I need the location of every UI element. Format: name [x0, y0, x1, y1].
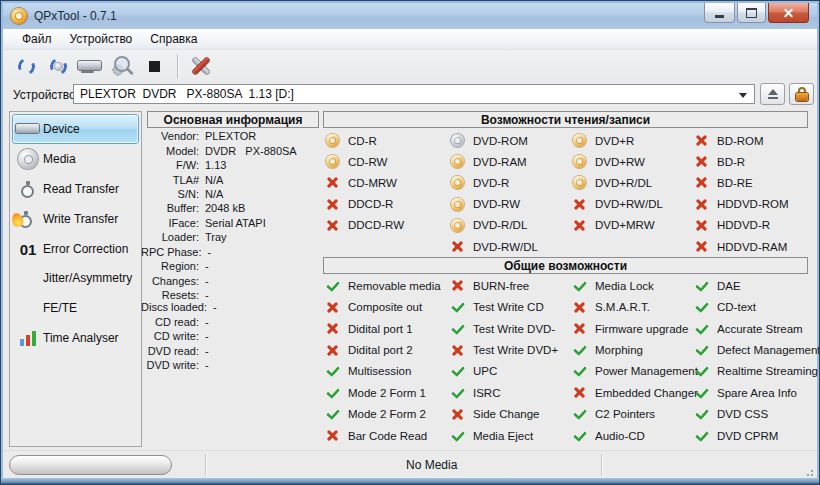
capability-label: Firmware upgrade: [595, 323, 688, 335]
minimize-button[interactable]: [704, 3, 735, 23]
capability-item: DVD+R/DL: [573, 172, 663, 193]
sidebar-item-media[interactable]: Media: [13, 145, 138, 173]
menu-file[interactable]: Файл: [13, 30, 61, 48]
capability-label: C2 Pointers: [595, 408, 655, 420]
capability-item: Composite out: [326, 296, 441, 317]
info-row: RPC Phase:-: [141, 245, 319, 259]
capability-label: DVD-RW: [473, 198, 520, 210]
sidebar-item-error-correction[interactable]: 01 Error Correction: [13, 235, 138, 263]
status-separator: [205, 454, 206, 476]
capability-item: Firmware upgrade: [573, 318, 698, 339]
sidebar: Device Media Read Transfer Write Transfe…: [9, 111, 142, 447]
status-icon: [573, 386, 587, 400]
status-icon: [695, 218, 709, 232]
capability-item: CD-R: [326, 130, 404, 151]
capability-item: DVD-R: [451, 172, 538, 193]
capability-label: DVD-ROM: [473, 135, 528, 147]
status-icon: [451, 279, 465, 293]
status-icon: [451, 386, 465, 400]
preferences-button[interactable]: [186, 52, 216, 80]
info-label: S/N:: [141, 188, 199, 200]
status-icon: [695, 240, 709, 254]
eject-button[interactable]: [760, 83, 785, 105]
info-row: S/N:N/A: [141, 187, 319, 201]
capability-label: DVD+RW/DL: [595, 198, 663, 210]
info-value: -: [205, 345, 209, 357]
status-icon: [695, 386, 709, 400]
rescan-bus-icon: [15, 55, 36, 76]
capability-label: DVD+MRW: [595, 219, 655, 231]
close-button[interactable]: [768, 3, 809, 23]
sidebar-item-write-transfer[interactable]: Write Transfer: [13, 205, 138, 233]
capability-item: Realtime Streaming: [695, 361, 820, 382]
status-icon: [451, 198, 464, 211]
drive-info-button[interactable]: [75, 52, 105, 80]
info-value: Serial ATAPI: [205, 217, 266, 229]
rw-caps-column-4: BD-ROM BD-R BD-RE HDDVD-ROM HDDVD-R HDDV…: [695, 130, 789, 257]
capability-item: HDDVD-RAM: [695, 236, 789, 257]
info-rows-counters: Discs loaded:- CD read:- CD write:- DVD …: [141, 300, 319, 372]
capability-label: UPC: [473, 365, 497, 377]
general-caps-column-1: Removable media Composite out Didital po…: [326, 275, 441, 447]
capability-label: Side Change: [473, 408, 540, 420]
capability-item: DVD CSS: [695, 404, 820, 425]
info-row: DVD read:-: [141, 343, 319, 357]
resize-grip[interactable]: [803, 466, 813, 476]
capability-label: DVD CPRM: [717, 430, 778, 442]
capability-label: HDDVD-ROM: [717, 198, 789, 210]
status-icon: [695, 322, 709, 336]
info-label: IFace:: [141, 217, 199, 229]
status-icon: [573, 218, 587, 232]
status-icon: [573, 279, 587, 293]
info-label: Model:: [141, 145, 199, 157]
capability-label: Removable media: [348, 280, 441, 292]
refresh-media-button[interactable]: [43, 52, 73, 80]
capability-item: Power Management: [573, 361, 698, 382]
info-row: Buffer:2048 kB: [141, 201, 319, 215]
sidebar-item-read-transfer[interactable]: Read Transfer: [13, 175, 138, 203]
capability-item: Test Write CD: [451, 296, 558, 317]
capability-item: Removable media: [326, 275, 441, 296]
capability-item: Audio-CD: [573, 425, 698, 446]
status-icon: [573, 300, 587, 314]
sidebar-item-device[interactable]: Device: [13, 115, 138, 143]
info-label: CD read:: [141, 316, 199, 328]
stop-button[interactable]: [139, 52, 169, 80]
chevron-down-icon: [739, 93, 747, 98]
minimize-icon: [715, 15, 724, 18]
sidebar-item-fe-te[interactable]: FE/TE: [13, 294, 138, 322]
capability-item: HDDVD-ROM: [695, 194, 789, 215]
capability-label: ISRC: [473, 387, 500, 399]
info-value: N/A: [205, 174, 223, 186]
capability-label: CD-RW: [348, 156, 387, 168]
maximize-button[interactable]: [737, 3, 766, 23]
window-title: QPxTool - 0.7.1: [34, 9, 117, 23]
scan-disc-button[interactable]: [107, 52, 137, 80]
device-select[interactable]: PLEXTOR DVDR PX-880SA 1.13 [D:]: [73, 84, 755, 104]
capability-label: BD-ROM: [717, 135, 764, 147]
sidebar-item-time-analyser[interactable]: Time Analyser: [13, 324, 138, 352]
status-icon: [326, 176, 340, 190]
status-icon: [326, 386, 340, 400]
status-icon: [451, 155, 464, 168]
qpxtool-window: QPxTool - 0.7.1 Файл Устройство Справка …: [0, 0, 820, 485]
title-bar[interactable]: QPxTool - 0.7.1: [3, 3, 817, 30]
capability-item: S.M.A.R.T.: [573, 296, 698, 317]
capability-label: Test Write DVD+: [473, 344, 558, 356]
capability-label: Test Write CD: [473, 301, 544, 313]
rw-caps-column-3: DVD+R DVD+RW DVD+R/DL DVD+RW/DL DVD+MRW: [573, 130, 663, 236]
capability-label: Mode 2 Form 2: [348, 408, 426, 420]
status-icon: [695, 155, 709, 169]
status-icon: [451, 176, 464, 189]
info-row: TLA#N/A: [141, 172, 319, 186]
capability-label: Mode 2 Form 1: [348, 387, 426, 399]
menu-help[interactable]: Справка: [141, 30, 206, 48]
menu-device[interactable]: Устройство: [61, 30, 142, 48]
capability-label: DDCD-RW: [348, 219, 404, 231]
status-icon: [573, 364, 587, 378]
lock-button[interactable]: [789, 83, 814, 105]
window-bottom-border: [1, 478, 819, 484]
rescan-bus-button[interactable]: [11, 52, 41, 80]
bar-chart-icon: [20, 330, 37, 346]
sidebar-item-jitter-asymmetry[interactable]: Jitter/Asymmetry: [13, 264, 138, 292]
